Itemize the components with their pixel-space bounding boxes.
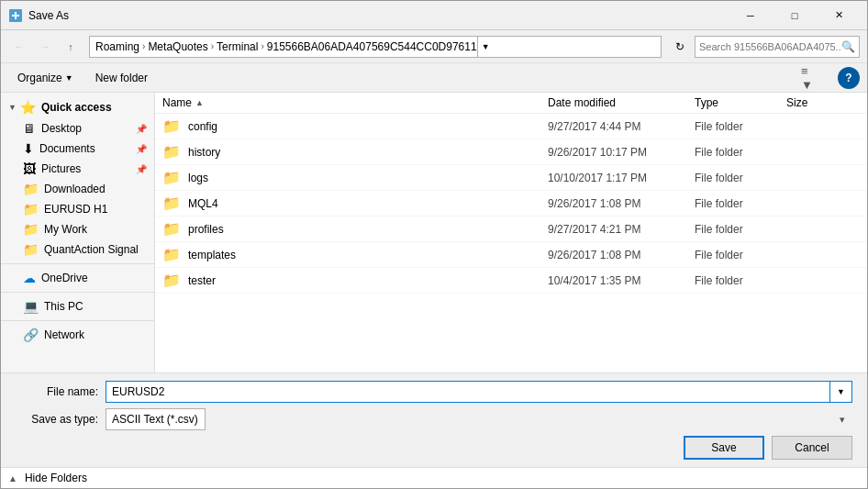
sidebar-documents-label: Documents <box>39 142 95 155</box>
column-name[interactable]: Name ▲ <box>162 96 548 109</box>
sidebar-item-downloaded[interactable]: 📁 Downloaded <box>1 179 154 199</box>
sidebar-item-my-work[interactable]: 📁 My Work <box>1 219 154 239</box>
back-button[interactable]: ← <box>8 36 30 58</box>
sidebar-divider-2 <box>1 292 154 293</box>
file-name-cell: profiles <box>188 223 548 236</box>
sidebar-network-label: Network <box>44 328 84 341</box>
file-name-label: File name: <box>16 385 98 398</box>
file-name-cell: templates <box>188 249 548 261</box>
sidebar-my-work-label: My Work <box>44 223 87 236</box>
sidebar-downloaded-label: Downloaded <box>44 183 106 195</box>
sidebar-item-eurusd[interactable]: 📁 EURUSD H1 <box>1 199 154 219</box>
sidebar-eurusd-label: EURUSD H1 <box>44 203 107 216</box>
search-bar[interactable]: 🔍 <box>695 36 860 58</box>
folder-icon: 📁 <box>162 169 181 186</box>
eurusd-icon: 📁 <box>23 202 39 217</box>
file-type-cell: File folder <box>695 120 786 133</box>
sidebar-item-quantaction[interactable]: 📁 QuantAction Signal <box>1 239 154 260</box>
folder-icon: 📁 <box>162 117 181 135</box>
folder-icon: 📁 <box>162 143 181 161</box>
dialog-title: Save As <box>28 9 729 22</box>
quick-access-header[interactable]: ▼ ⭐ Quick access <box>1 96 154 118</box>
sidebar-item-pictures[interactable]: 🖼 Pictures 📌 <box>1 159 154 179</box>
sidebar-desktop-label: Desktop <box>41 122 82 135</box>
file-date-cell: 9/27/2017 4:44 PM <box>548 120 695 133</box>
close-button[interactable]: ✕ <box>818 1 860 30</box>
minimize-button[interactable]: ─ <box>729 1 772 30</box>
sidebar-this-pc-label: This PC <box>44 300 83 313</box>
table-row[interactable]: 📁 profiles 9/27/2017 4:21 PM File folder <box>155 217 867 242</box>
file-name-row: File name: ▼ <box>16 381 852 403</box>
file-type-cell: File folder <box>695 146 786 159</box>
breadcrumb-guid: 915566BA06ADA407569C544CC0D97611 <box>267 40 477 53</box>
new-folder-label: New folder <box>95 72 148 84</box>
file-date-cell: 9/26/2017 1:08 PM <box>548 197 695 210</box>
breadcrumb-dropdown[interactable]: ▼ <box>477 36 494 58</box>
forward-button[interactable]: → <box>34 36 56 58</box>
pin-icon-3: 📌 <box>136 164 147 174</box>
file-name-dropdown[interactable]: ▼ <box>830 381 852 403</box>
cancel-button[interactable]: Cancel <box>772 436 852 460</box>
table-row[interactable]: 📁 tester 10/4/2017 1:35 PM File folder <box>155 268 867 294</box>
save-as-type-select[interactable]: ASCII Text (*.csv)CSV Files (*.csv)Text … <box>106 408 206 430</box>
quick-access-icon: ⭐ <box>20 100 36 115</box>
file-name-cell: logs <box>188 172 548 184</box>
file-type-cell: File folder <box>695 249 786 261</box>
my-work-icon: 📁 <box>23 222 39 237</box>
sidebar-divider-3 <box>1 320 154 321</box>
column-date[interactable]: Date modified <box>548 96 695 109</box>
table-row[interactable]: 📁 config 9/27/2017 4:44 PM File folder <box>155 114 867 139</box>
onedrive-icon: ☁ <box>23 271 36 285</box>
view-options-button[interactable]: ≡ ▼ <box>801 67 830 89</box>
table-row[interactable]: 📁 logs 10/10/2017 1:17 PM File folder <box>155 165 867 191</box>
organize-label: Organize <box>17 72 62 84</box>
action-bar: Organize ▼ New folder ≡ ▼ ? <box>1 63 867 93</box>
desktop-folder-icon: 🖥 <box>23 121 36 136</box>
maximize-button[interactable]: □ <box>773 1 816 30</box>
pin-icon: 📌 <box>136 124 147 134</box>
main-content: ▼ ⭐ Quick access 🖥 Desktop 📌 ⬇ Documents… <box>1 93 867 372</box>
file-name-input[interactable] <box>106 381 830 403</box>
file-type-cell: File folder <box>695 274 786 287</box>
file-date-cell: 9/26/2017 10:17 PM <box>548 146 695 159</box>
view-icon: ≡ ▼ <box>801 64 830 92</box>
hide-folders-button[interactable]: ▲ Hide Folders <box>8 472 87 484</box>
file-name-input-wrapper: ▼ <box>106 381 852 403</box>
dialog-icon <box>8 8 23 23</box>
sidebar-item-this-pc[interactable]: 💻 This PC <box>1 296 154 317</box>
sidebar-item-onedrive[interactable]: ☁ OneDrive <box>1 268 154 288</box>
file-name-cell: history <box>188 146 548 159</box>
file-type-cell: File folder <box>695 197 786 210</box>
file-date-cell: 10/10/2017 1:17 PM <box>548 172 695 184</box>
table-row[interactable]: 📁 history 9/26/2017 10:17 PM File folder <box>155 139 867 165</box>
save-as-dialog: Save As ─ □ ✕ ← → ↑ Roaming › MetaQuotes… <box>0 0 868 489</box>
help-button[interactable]: ? <box>838 67 860 89</box>
breadcrumb-sep-2: › <box>211 41 214 51</box>
sidebar-item-documents[interactable]: ⬇ Documents 📌 <box>1 139 154 159</box>
new-folder-button[interactable]: New folder <box>86 67 157 89</box>
collapse-icon: ▲ <box>8 473 17 483</box>
table-row[interactable]: 📁 MQL4 9/26/2017 1:08 PM File folder <box>155 191 867 217</box>
col-name-label: Name <box>162 96 192 109</box>
sidebar-item-network[interactable]: 🔗 Network <box>1 325 154 345</box>
documents-icon: ⬇ <box>23 141 34 156</box>
search-input[interactable] <box>699 41 841 52</box>
column-type[interactable]: Type <box>695 96 786 109</box>
table-row[interactable]: 📁 templates 9/26/2017 1:08 PM File folde… <box>155 242 867 268</box>
sidebar-item-desktop[interactable]: 🖥 Desktop 📌 <box>1 118 154 139</box>
organize-button[interactable]: Organize ▼ <box>8 67 83 89</box>
save-as-type-wrapper: ASCII Text (*.csv)CSV Files (*.csv)Text … <box>106 408 852 430</box>
column-size[interactable]: Size <box>786 96 860 109</box>
col-size-label: Size <box>786 96 807 109</box>
file-list: Name ▲ Date modified Type Size 📁 config … <box>155 93 867 372</box>
refresh-button[interactable]: ↻ <box>669 36 691 58</box>
file-date-cell: 10/4/2017 1:35 PM <box>548 274 695 287</box>
sidebar: ▼ ⭐ Quick access 🖥 Desktop 📌 ⬇ Documents… <box>1 93 155 372</box>
up-button[interactable]: ↑ <box>60 36 82 58</box>
button-row: Save Cancel <box>16 436 852 460</box>
quantaction-icon: 📁 <box>23 242 39 257</box>
organize-dropdown-icon: ▼ <box>65 73 73 83</box>
breadcrumb-bar[interactable]: Roaming › MetaQuotes › Terminal › 915566… <box>89 36 662 58</box>
col-type-label: Type <box>695 96 718 109</box>
save-button[interactable]: Save <box>684 436 764 460</box>
